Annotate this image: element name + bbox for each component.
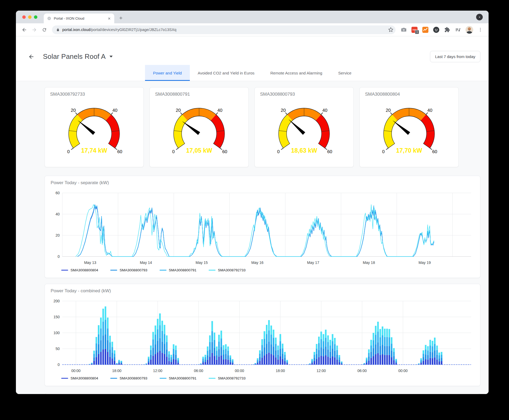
svg-text:18:00: 18:00 <box>112 369 121 373</box>
page-header: Solar Panels Roof A Last 7 days from tod… <box>16 36 489 65</box>
svg-text:20: 20 <box>71 108 76 113</box>
gauge-row: SMA3008792733020406017,74 kWSMA300880079… <box>45 87 480 167</box>
bookmark-star-icon[interactable] <box>388 27 393 32</box>
gauge-value: 17,74 kW <box>81 147 107 154</box>
legend-item[interactable]: SMA3008800793 <box>110 376 147 380</box>
svg-text:20: 20 <box>176 108 181 113</box>
back-button[interactable] <box>20 25 29 34</box>
tab-service[interactable]: Service <box>330 65 359 81</box>
tab-search-button[interactable] <box>476 14 483 20</box>
svg-text:May 15: May 15 <box>196 260 208 265</box>
svg-text:40: 40 <box>112 108 117 113</box>
title-dropdown-caret-icon[interactable] <box>109 56 113 58</box>
menu-kebab-button[interactable] <box>476 25 485 34</box>
legend-label: SMA3008792733 <box>218 376 245 380</box>
svg-text:May 18: May 18 <box>363 260 375 265</box>
gauge-chart: 020406017,70 kW <box>369 100 449 161</box>
page-title[interactable]: Solar Panels Roof A <box>43 52 106 61</box>
ixon-favicon-icon <box>47 16 51 21</box>
tab-avoided-co2-and-yield-in-euros[interactable]: Avoided CO2 and Yield in Euros <box>190 65 262 81</box>
browser-tab[interactable]: Portal - IXON Cloud <box>44 14 114 23</box>
line-chart-card: Power Today - separate (kW) 0204060May 1… <box>45 176 480 278</box>
bar-chart-card: Power Today - combined (kW) 050100150200… <box>45 284 480 386</box>
svg-text:00:00: 00:00 <box>235 369 244 373</box>
svg-text:May 14: May 14 <box>140 260 152 265</box>
gauge-card-title: SMA3008800791 <box>155 92 243 97</box>
close-window-button[interactable] <box>22 15 26 19</box>
forward-button[interactable] <box>30 25 39 34</box>
legend-item[interactable]: SMA3008800793 <box>110 268 147 272</box>
bar-chart-title: Power Today - combined (kW) <box>51 288 474 294</box>
svg-text:18:00: 18:00 <box>276 369 285 373</box>
svg-text:40: 40 <box>427 108 432 113</box>
legend-item[interactable]: SMA3008800804 <box>61 376 98 380</box>
gauge-chart: 020406017,74 kW <box>54 100 134 161</box>
page-tab-bar: Power and YieldAvoided CO2 and Yield in … <box>16 65 489 81</box>
browser-toolbar: portal.ixon.cloud/portal/devices/ryGl0ZI… <box>16 23 489 36</box>
gauge-card-title: SMA3008800804 <box>365 92 453 97</box>
legend-swatch <box>110 378 117 379</box>
window-controls <box>22 15 37 19</box>
svg-text:60: 60 <box>117 149 122 154</box>
tab-close-icon[interactable] <box>107 17 111 20</box>
gauge-card-title: SMA3008800793 <box>260 92 348 97</box>
page-back-button[interactable] <box>26 51 37 62</box>
power-separate-line-chart: 0204060May 13May 14May 15May 16May 17May… <box>51 188 475 266</box>
tab-title: Portal - IXON Cloud <box>54 16 105 20</box>
new-tab-button[interactable] <box>117 14 125 22</box>
legend-item[interactable]: SMA3008800791 <box>160 268 196 272</box>
svg-text:60: 60 <box>222 149 227 154</box>
legend-item[interactable]: SMA3008800791 <box>160 376 196 380</box>
tab-strip: Portal - IXON Cloud <box>16 11 489 23</box>
dashboard-content: SMA3008792733020406017,74 kWSMA300880079… <box>16 81 489 394</box>
legend-label: SMA3008800804 <box>71 268 98 272</box>
legend-label: SMA3008792733 <box>218 268 245 272</box>
svg-text:00:00: 00:00 <box>71 369 81 373</box>
address-bar[interactable]: portal.ixon.cloud/portal/devices/ryGl0ZI… <box>52 25 396 34</box>
svg-text:May 19: May 19 <box>419 260 431 265</box>
screenshot-background: { "browser": { "tab_title": "Portal - IX… <box>0 0 509 420</box>
svg-text:60: 60 <box>432 149 437 154</box>
playlist-extension-icon[interactable] <box>454 26 462 33</box>
tab-remote-access-and-alarming[interactable]: Remote Access and Alarming <box>262 65 330 81</box>
svg-text:150: 150 <box>54 315 60 319</box>
gauge-card: SMA3008792733020406017,74 kW <box>45 87 144 167</box>
svg-text:0: 0 <box>382 149 385 154</box>
svg-text:50: 50 <box>55 347 60 351</box>
svg-text:0: 0 <box>58 254 60 259</box>
extensions-puzzle-icon[interactable] <box>444 26 451 33</box>
gauge-value: 17,05 kW <box>186 147 212 154</box>
power-combined-bar-chart: 05010015020000:0018:0012:0006:0000:0018:… <box>51 296 475 374</box>
legend-swatch <box>61 270 68 271</box>
svg-text:May 16: May 16 <box>251 260 264 265</box>
url-path: /portal/devices/ryGl0ZIR2Tj1/page/JBZLc7… <box>90 28 177 32</box>
gauge-chart: 020406017,05 kW <box>159 100 239 161</box>
zoom-window-button[interactable] <box>34 15 37 19</box>
gauge-card: SMA3008800793020406018,63 kW <box>254 87 354 167</box>
svg-text:60: 60 <box>55 191 60 195</box>
svg-text:May 17: May 17 <box>307 260 319 265</box>
legend-item[interactable]: SMA3008800804 <box>61 268 98 272</box>
svg-text:40: 40 <box>322 108 327 113</box>
tab-power-and-yield[interactable]: Power and Yield <box>145 65 190 81</box>
legend-label: SMA3008800804 <box>71 376 98 380</box>
minimize-window-button[interactable] <box>28 15 32 19</box>
red-extension-icon[interactable]: 1 <box>411 26 418 33</box>
legend-swatch <box>61 378 68 379</box>
analytics-extension-icon[interactable] <box>422 26 429 33</box>
gauge-card-title: SMA3008792733 <box>50 92 138 97</box>
legend-item[interactable]: SMA3008792733 <box>209 376 245 380</box>
gauge-value: 17,70 kW <box>396 147 422 154</box>
legend-item[interactable]: SMA3008792733 <box>209 268 245 272</box>
camera-extension-icon[interactable] <box>400 26 407 33</box>
svg-text:20: 20 <box>55 233 60 237</box>
date-range-button[interactable]: Last 7 days from today <box>430 51 480 62</box>
gauge-value: 18,63 kW <box>291 147 317 154</box>
legend-swatch <box>209 270 216 271</box>
reload-button[interactable] <box>40 25 49 34</box>
svg-text:0: 0 <box>172 149 175 154</box>
ghost-extension-icon[interactable] <box>433 26 440 33</box>
svg-text:06:00: 06:00 <box>357 369 367 373</box>
profile-avatar[interactable] <box>466 26 473 34</box>
gauge-card: SMA3008800791020406017,05 kW <box>150 87 249 167</box>
